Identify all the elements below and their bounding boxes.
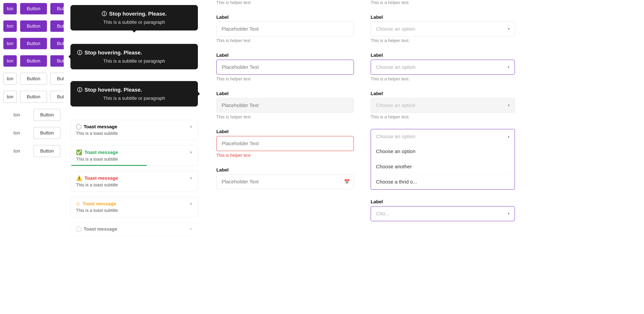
input-field-3 [216, 98, 354, 113]
button-row-7: ton Button Button [2, 106, 62, 124]
input-field-2[interactable] [216, 60, 354, 75]
info-icon-3: ⓘ [77, 86, 82, 94]
tooltip-subtitle-2: This is a subtitle or paragraph [77, 58, 191, 65]
toast-success-subtitle: This is a toast subtitle [76, 157, 192, 162]
dropdown-open-panel: Choose an option ▴ Choose an option Choo… [371, 129, 515, 190]
btn-r5-3[interactable]: Button [50, 73, 64, 85]
btn-r5-2[interactable]: Button [20, 73, 47, 85]
dropdown-label-5: Label [371, 199, 515, 204]
toast-extra-icon [76, 226, 81, 232]
input-helper-1: This is helper text [216, 38, 354, 43]
input-group-3: Label This is helper text [216, 86, 354, 124]
toast-error-close[interactable]: × [190, 176, 192, 180]
button-row-3: ton Button Button [2, 35, 62, 52]
btn-r1-2[interactable]: Button [20, 3, 47, 14]
input-field-5[interactable] [216, 174, 354, 189]
btn-r6-1[interactable]: ton [3, 91, 17, 103]
input-group-4: Label This is helper text [216, 124, 354, 162]
tooltip-title-text-3: Stop hovering. Please. [84, 86, 142, 94]
dropdown-field-3: Choose an option ▾ [371, 98, 515, 113]
dropdown-option-3[interactable]: Choose a thrid o... [371, 174, 514, 189]
dropdown-placeholder-2: Choose an option [376, 64, 416, 70]
dropdown-option-2[interactable]: Choose another [371, 159, 514, 174]
toast-default: Toast message × This is a toast subtitle [70, 120, 198, 140]
btn-r8-1[interactable]: ton [3, 127, 30, 139]
dropdown-group-4: Choose an option ▴ Choose an option Choo… [371, 124, 515, 194]
btn-r3-2[interactable]: Button [20, 38, 47, 49]
tooltips-toasts-column: ⓘ Stop hovering. Please. This is a subti… [64, 0, 208, 314]
toast-success-progress [70, 165, 147, 166]
button-row-1: ton Button Button [2, 0, 62, 17]
btn-r9-1[interactable]: ton [3, 145, 30, 157]
btn-r1-3[interactable]: Button [50, 3, 64, 14]
btn-r6-3[interactable]: Button [50, 91, 64, 103]
input-group-5: Label 📅 [216, 162, 354, 194]
toast-default-close[interactable]: × [190, 125, 192, 129]
dropdown-field-2[interactable]: Choose an option ▾ [371, 60, 515, 75]
input-label-1: Label [216, 14, 354, 20]
input-field-1[interactable] [216, 22, 354, 36]
tooltip-title-text: Stop hovering. Please. [109, 10, 166, 18]
btn-r9-2[interactable]: Button [34, 145, 60, 157]
tooltip-arrow-left: ⓘ Stop hovering. Please. This is a subti… [70, 44, 198, 69]
btn-r2-1[interactable]: ton [3, 20, 17, 32]
dropdown-field-5[interactable]: Cho... ▾ [371, 206, 515, 221]
dropdown-open-placeholder: Choose an option [376, 134, 416, 139]
toast-extra-title: Toast message [84, 226, 117, 232]
input-label-2: Label [216, 53, 354, 58]
button-row-9: ton Button Button [2, 142, 62, 160]
toast-warning-title: Toast message [82, 201, 116, 206]
toast-warning-icon: ⚠ [76, 201, 80, 206]
button-row-5: ton Button Button [2, 70, 62, 88]
input-label-5: Label [216, 167, 354, 173]
btn-r7-2[interactable]: Button [34, 109, 60, 121]
toast-error-icon: ⚠️ [76, 175, 82, 181]
dropdown-group-top: This is a helper text. [371, 0, 515, 10]
tooltip-arrow-right: ⓘ Stop hovering. Please. This is a subti… [70, 81, 198, 107]
dropdown-open-trigger[interactable]: Choose an option ▴ [371, 129, 514, 144]
input-label-4: Label [216, 129, 354, 134]
btn-r7-1[interactable]: ton [3, 109, 30, 121]
toast-extra-close[interactable]: × [190, 227, 192, 231]
toast-default-title: Toast message [84, 124, 117, 130]
dropdown-arrow-1: ▾ [508, 27, 510, 31]
input-wrapper-5: 📅 [216, 174, 354, 189]
input-field-4[interactable] [216, 136, 354, 151]
dropdown-placeholder-5: Cho... [376, 211, 390, 217]
btn-r2-3[interactable]: Button [50, 20, 64, 32]
dropdown-arrow-5: ▾ [508, 211, 510, 216]
toast-success: ✅ Toast message × This is a toast subtit… [70, 145, 198, 166]
toast-extra: Toast message × [70, 222, 198, 236]
toast-error: ⚠️ Toast message × This is a toast subti… [70, 171, 198, 192]
dropdown-group-5: Label Cho... ▾ [371, 194, 515, 226]
dropdown-label-3: Label [371, 91, 515, 96]
btn-r1-1[interactable]: ton [3, 3, 17, 14]
dropdown-helper-1: This is a helper text. [371, 38, 515, 43]
dropdown-helper-3: This is a helper text. [371, 114, 515, 120]
calendar-icon: 📅 [344, 179, 350, 184]
info-icon-2: ⓘ [77, 49, 82, 56]
tooltip-subtitle: This is a subtitle or paragraph [77, 19, 191, 26]
dropdown-option-1[interactable]: Choose an option [371, 144, 514, 159]
toast-warning-close[interactable]: × [190, 201, 192, 206]
btn-r6-2[interactable]: Button [20, 91, 47, 103]
btn-r4-3[interactable]: Button [50, 55, 64, 67]
input-helper-2: This is helper text [216, 76, 354, 82]
btn-r3-1[interactable]: ton [3, 38, 17, 49]
btn-r3-3[interactable]: Button [50, 38, 64, 49]
toast-error-subtitle: This is a toast subtitle [76, 182, 192, 187]
btn-r4-2[interactable]: Button [20, 55, 47, 67]
tooltip-arrow-bottom: ⓘ Stop hovering. Please. This is a subti… [70, 5, 198, 30]
dropdown-label-1: Label [371, 14, 515, 20]
button-row-4: ton Button Button [2, 52, 62, 70]
input-helper-3: This is helper text [216, 114, 354, 120]
dropdown-field-1[interactable]: Choose an option ▾ [371, 22, 515, 36]
toast-success-title: Toast message [84, 150, 118, 155]
btn-r4-1[interactable]: ton [3, 55, 17, 67]
toast-success-close[interactable]: × [190, 150, 192, 155]
dropdowns-column: This is a helper text. Label Choose an o… [362, 0, 523, 314]
btn-r5-1[interactable]: ton [3, 73, 17, 85]
btn-r2-2[interactable]: Button [20, 20, 47, 32]
btn-r8-2[interactable]: Button [34, 127, 60, 139]
toast-success-icon: ✅ [76, 149, 82, 155]
